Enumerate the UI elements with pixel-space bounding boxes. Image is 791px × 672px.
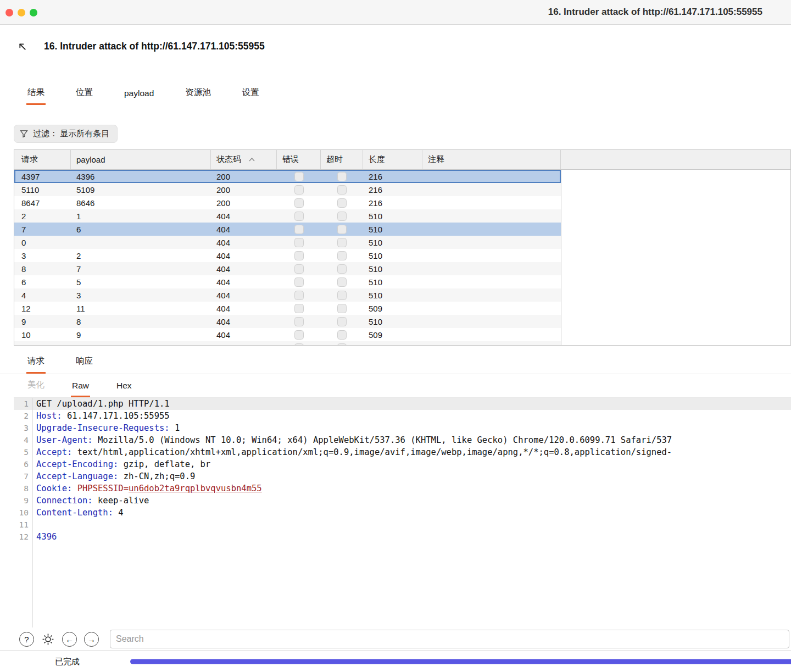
prev-match-icon[interactable]: ← [62,632,77,647]
table-row[interactable]: 51105109200216 [14,183,561,196]
error-checkbox[interactable] [294,185,304,195]
table-row[interactable]: 1211404509 [14,302,561,315]
cell-status: 404 [211,317,277,326]
table-row[interactable]: 0404510 [14,236,561,249]
editor-line[interactable]: 8Cookie: PHPSESSID=un6dob2ta9rqplbvqvusb… [14,482,791,495]
timeout-checkbox[interactable] [337,225,347,234]
editor-line[interactable]: 1GET /upload/1.php HTTP/1.1 [14,398,791,410]
editor-line[interactable]: 9Connection: keep-alive [14,495,791,507]
cell-error [277,238,321,247]
timeout-checkbox[interactable] [337,291,347,300]
cell-request: 6 [14,277,71,287]
error-checkbox[interactable] [294,317,304,326]
tab-raw[interactable]: Raw [71,376,90,397]
table-row[interactable]: 76404510 [14,223,561,236]
request-editor[interactable]: 1GET /upload/1.php HTTP/1.12Host: 61.147… [14,397,791,627]
error-checkbox[interactable] [294,343,304,346]
editor-line[interactable]: 6Accept-Encoding: gzip, deflate, br [14,458,791,470]
error-checkbox[interactable] [294,238,304,247]
dock-back-icon[interactable] [16,40,29,52]
timeout-checkbox[interactable] [337,238,347,247]
column-header-request[interactable]: 请求 [14,150,71,169]
cell-timeout [321,251,363,260]
timeout-checkbox[interactable] [337,198,347,208]
editor-line[interactable]: 2Host: 61.147.171.105:55955 [14,410,791,422]
cell-status: 404 [211,212,277,221]
table-row[interactable]: 65404510 [14,275,561,288]
tab-hex[interactable]: Hex [115,376,133,397]
help-icon[interactable]: ? [19,632,34,647]
gear-icon[interactable] [41,632,55,646]
error-checkbox[interactable] [294,198,304,208]
close-window-button[interactable] [5,9,13,16]
cell-payload: 8646 [71,198,211,208]
timeout-checkbox[interactable] [337,251,347,260]
editor-line[interactable]: 7Accept-Language: zh-CN,zh;q=0.9 [14,470,791,482]
column-header-error[interactable]: 错误 [277,150,321,169]
search-input[interactable] [110,630,789,648]
cell-length: 216 [363,198,422,208]
tab-resource-pool[interactable]: 资源池 [184,82,212,105]
column-header-status[interactable]: 状态码 [211,150,277,169]
tab-settings[interactable]: 设置 [241,82,260,105]
table-row[interactable]: 87404510 [14,262,561,275]
cell-status: 404 [211,291,277,300]
timeout-checkbox[interactable] [337,304,347,313]
cell-payload: 7 [71,264,211,274]
progress-bar-fill [130,659,791,664]
tab-pretty[interactable]: 美化 [26,374,46,397]
cell-request: 9 [14,317,71,326]
error-checkbox[interactable] [294,264,304,274]
line-content: User-Agent: Mozilla/5.0 (Windows NT 10.0… [32,434,672,446]
error-checkbox[interactable] [294,212,304,221]
table-row[interactable]: 21404510 [14,209,561,223]
error-checkbox[interactable] [294,304,304,313]
error-checkbox[interactable] [294,291,304,300]
timeout-checkbox[interactable] [337,172,347,181]
table-row[interactable]: 98404510 [14,315,561,328]
tab-payload[interactable]: payload [123,84,155,105]
error-checkbox[interactable] [294,172,304,181]
timeout-checkbox[interactable] [337,317,347,326]
editor-line[interactable]: 5Accept: text/html,application/xhtml+xml… [14,446,791,458]
editor-line[interactable]: 3Upgrade-Insecure-Requests: 1 [14,422,791,434]
cell-timeout [321,264,363,274]
table-row[interactable]: 43404510 [14,288,561,302]
column-header-length[interactable]: 长度 [363,150,422,169]
column-header-payload[interactable]: payload [71,150,211,169]
table-row[interactable]: 86478646200216 [14,196,561,209]
editor-line[interactable]: 4User-Agent: Mozilla/5.0 (Windows NT 10.… [14,434,791,446]
error-checkbox[interactable] [294,225,304,234]
timeout-checkbox[interactable] [337,330,347,340]
view-tabs: 美化RawHex [0,374,791,397]
timeout-checkbox[interactable] [337,264,347,274]
minimize-window-button[interactable] [18,9,25,16]
filter-bar[interactable]: 过滤： 显示所有条目 [14,125,118,143]
next-match-icon[interactable]: → [84,632,99,647]
zoom-window-button[interactable] [30,9,37,16]
column-header-comment[interactable]: 注释 [422,150,561,169]
tab-results[interactable]: 结果 [26,82,46,105]
error-checkbox[interactable] [294,330,304,340]
editor-line[interactable]: 124396 [14,531,791,543]
code-segment: zh-CN,zh;q=0.9 [118,471,195,481]
editor-line[interactable]: 10Content-Length: 4 [14,507,791,519]
timeout-checkbox[interactable] [337,343,347,346]
table-row[interactable] [14,341,561,345]
timeout-checkbox[interactable] [337,277,347,287]
cell-status: 404 [211,238,277,247]
status-bar: 已完成 [0,651,791,672]
error-checkbox[interactable] [294,251,304,260]
tab-request[interactable]: 请求 [26,351,46,374]
column-header-timeout[interactable]: 超时 [321,150,363,169]
timeout-checkbox[interactable] [337,212,347,221]
timeout-checkbox[interactable] [337,185,347,195]
tab-positions[interactable]: 位置 [75,82,94,105]
filter-label: 过滤： 显示所有条目 [33,129,109,139]
table-row[interactable]: 32404510 [14,249,561,262]
error-checkbox[interactable] [294,277,304,287]
editor-line[interactable]: 11 [14,519,791,531]
table-row[interactable]: 43974396200216 [14,170,561,183]
table-row[interactable]: 109404509 [14,328,561,341]
tab-response[interactable]: 响应 [75,351,94,374]
